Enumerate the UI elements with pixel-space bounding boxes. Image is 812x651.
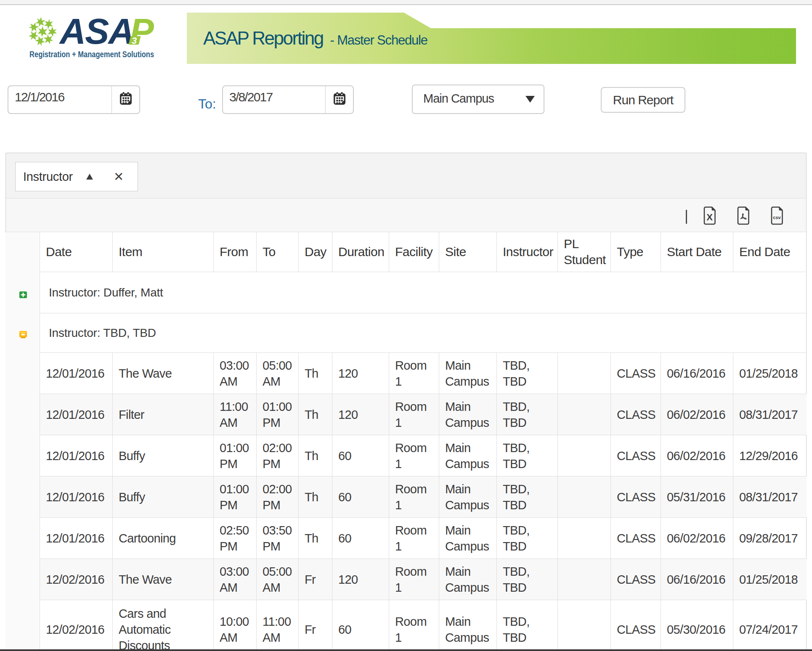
svg-text:csv: csv bbox=[773, 215, 781, 220]
svg-text:X: X bbox=[706, 212, 713, 222]
